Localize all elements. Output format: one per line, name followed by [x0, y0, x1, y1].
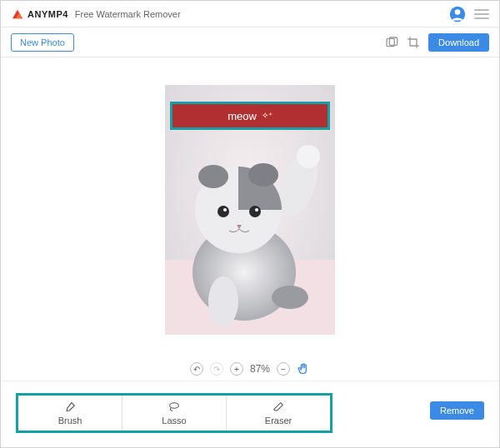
lasso-icon	[168, 401, 181, 414]
new-photo-button[interactable]: New Photo	[11, 33, 74, 52]
watermark-text: meow	[228, 110, 257, 122]
pan-hand-icon[interactable]	[297, 362, 310, 376]
svg-point-9	[208, 276, 238, 326]
zoom-out-icon[interactable]: −	[277, 362, 290, 376]
remove-button[interactable]: Remove	[430, 401, 484, 420]
download-button[interactable]: Download	[428, 33, 489, 52]
tool-brush[interactable]: Brush	[18, 396, 122, 431]
svg-point-11	[198, 165, 228, 188]
tool-strip: Brush Lasso Eraser	[16, 393, 332, 433]
sparkle-icon: ✧⁺	[262, 112, 272, 120]
brand-block: ANYMP4 Free Watermark Remover	[11, 7, 181, 21]
tool-eraser[interactable]: Eraser	[227, 396, 330, 431]
brush-icon	[63, 401, 77, 414]
image-preview[interactable]: meow ✧⁺	[165, 85, 335, 335]
svg-point-13	[218, 206, 229, 217]
undo-icon[interactable]: ↶	[190, 362, 203, 376]
hamburger-menu-icon[interactable]	[474, 7, 489, 22]
svg-point-1	[455, 9, 461, 15]
tool-lasso[interactable]: Lasso	[122, 396, 227, 431]
svg-point-17	[272, 286, 308, 309]
brand-logo-icon	[11, 7, 24, 21]
crop-icon[interactable]	[407, 36, 420, 49]
app-header: ANYMP4 Free Watermark Remover	[1, 1, 499, 27]
svg-point-16	[255, 208, 258, 212]
tool-label: Lasso	[162, 416, 186, 426]
redo-icon[interactable]: ↷	[210, 362, 223, 376]
zoom-in-icon[interactable]: +	[230, 362, 243, 376]
toolbar: New Photo Download	[1, 27, 499, 57]
svg-point-8	[297, 145, 320, 168]
user-icon[interactable]	[449, 6, 466, 22]
svg-point-14	[249, 206, 261, 217]
footer: Brush Lasso Eraser Remove	[1, 381, 499, 447]
svg-point-12	[248, 163, 278, 187]
tool-label: Brush	[58, 416, 82, 426]
zoom-value: 87%	[250, 363, 270, 375]
brand-name: ANYMP4	[28, 9, 68, 19]
canvas-area: meow ✧⁺ ↶ ↷ + 87% −	[1, 57, 499, 381]
eraser-icon	[272, 401, 285, 414]
svg-point-15	[223, 208, 227, 212]
zoom-bar: ↶ ↷ + 87% −	[1, 362, 499, 376]
svg-point-18	[170, 403, 179, 409]
watermark-selection[interactable]: meow ✧⁺	[170, 102, 330, 130]
app-title: Free Watermark Remover	[75, 9, 181, 19]
compare-icon[interactable]	[385, 36, 398, 49]
tool-label: Eraser	[265, 416, 292, 426]
